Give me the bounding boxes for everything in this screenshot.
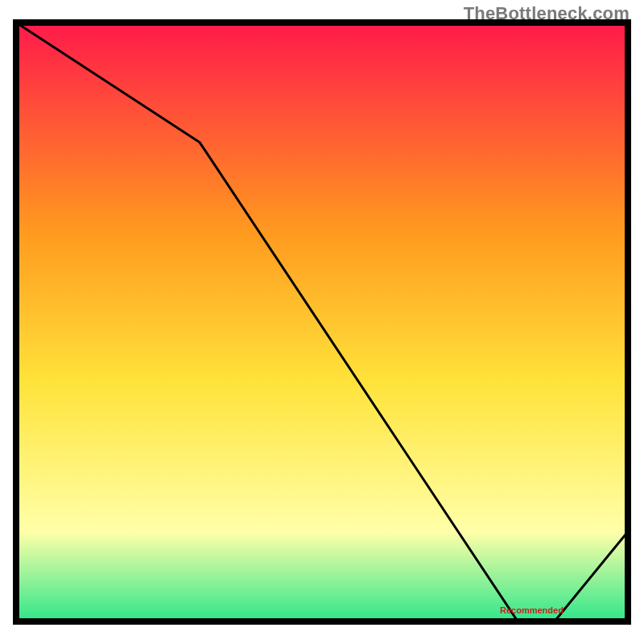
gradient-background	[16, 23, 628, 621]
watermark-text: TheBottleneck.com	[464, 3, 630, 24]
recommended-annotation: Recommended	[500, 605, 564, 615]
chart-container: TheBottleneck.com Recommended	[0, 0, 644, 644]
bottleneck-chart: Recommended	[0, 0, 644, 644]
